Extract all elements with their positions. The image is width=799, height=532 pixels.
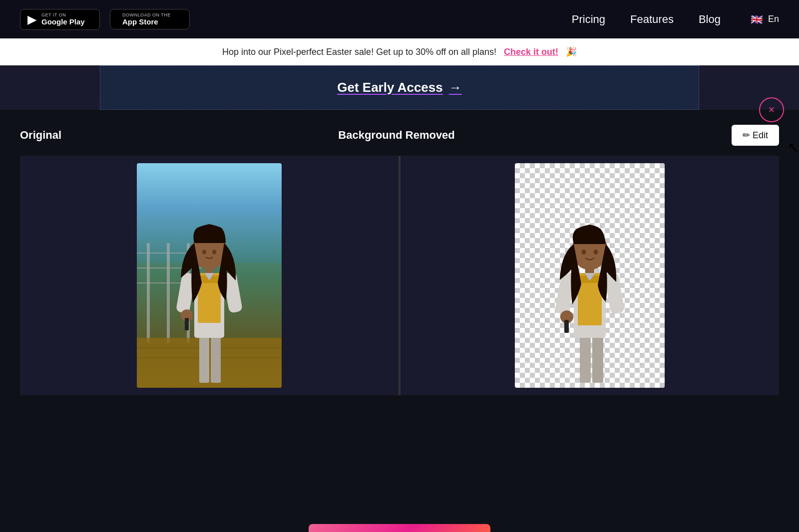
early-access-button[interactable]: Get Early Access → <box>337 80 462 95</box>
promo-emoji: 🎉 <box>566 47 577 57</box>
person-removed-body <box>515 163 665 388</box>
promo-text: Hop into our Pixel-perfect Easter sale! … <box>222 47 496 57</box>
images-container <box>20 156 779 395</box>
svg-rect-24 <box>592 333 603 383</box>
svg-rect-11 <box>211 333 221 383</box>
person-original-svg <box>137 163 282 388</box>
original-label: Original <box>20 129 61 142</box>
nav-link-blog[interactable]: Blog <box>699 13 721 26</box>
promo-banner: Hop into our Pixel-perfect Easter sale! … <box>0 38 799 65</box>
google-play-text: GET IT ON Google Play <box>41 12 85 26</box>
close-button[interactable]: × <box>759 97 784 122</box>
flag-icon: 🇬🇧 <box>751 13 763 25</box>
person-original-body <box>137 163 282 388</box>
original-panel <box>20 156 399 395</box>
edit-button[interactable]: ✏ Edit <box>732 125 779 146</box>
early-access-label: Get Early Access <box>337 80 443 95</box>
app-store-badge[interactable]: Download on the App Store <box>110 9 190 29</box>
main-content: Original Background Removed ✏ Edit ↖ <box>0 110 799 509</box>
google-play-badge[interactable]: ▶ GET IT ON Google Play <box>20 9 100 30</box>
svg-rect-23 <box>580 333 591 383</box>
cursor-icon: ↖ <box>788 139 799 156</box>
svg-point-21 <box>202 250 206 255</box>
app-store-text: Download on the App Store <box>122 12 171 26</box>
removed-image <box>515 163 665 388</box>
download-button[interactable]: Download Original Size <box>309 524 490 532</box>
navbar: ▶ GET IT ON Google Play Download on the … <box>0 0 799 38</box>
svg-rect-2 <box>167 243 170 343</box>
svg-rect-10 <box>199 333 209 383</box>
language-label: En <box>768 14 779 24</box>
svg-rect-1 <box>147 243 150 343</box>
nav-link-features[interactable]: Features <box>630 13 674 26</box>
early-access-section: Get Early Access → <box>100 65 699 110</box>
svg-point-22 <box>212 250 216 255</box>
google-play-icon: ▶ <box>27 12 36 26</box>
svg-rect-31 <box>564 320 569 333</box>
section-header: Original Background Removed ✏ Edit ↖ <box>20 125 779 146</box>
svg-rect-18 <box>185 318 189 330</box>
nav-right: 🇬🇧 En <box>751 13 779 25</box>
download-section: Download Original Size <box>0 509 799 532</box>
svg-point-35 <box>594 250 598 255</box>
removed-panel <box>400 156 779 395</box>
original-image <box>137 163 282 388</box>
nav-links: Pricing Features Blog <box>572 13 721 26</box>
background-removed-label: Background Removed <box>338 129 455 142</box>
early-access-arrow: → <box>449 80 462 95</box>
nav-link-pricing[interactable]: Pricing <box>572 13 605 26</box>
svg-point-34 <box>582 250 586 255</box>
person-removed-svg <box>515 163 665 388</box>
check-it-out-link[interactable]: Check it out! <box>504 47 558 57</box>
